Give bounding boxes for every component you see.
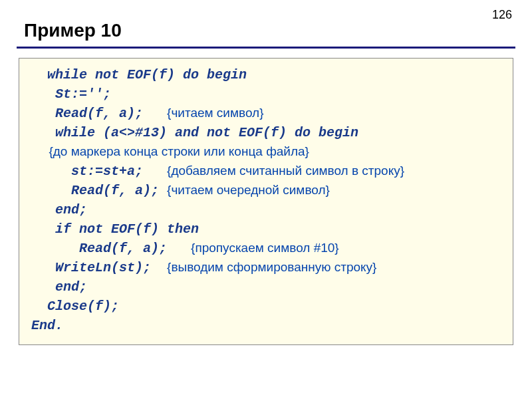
code-line-7a: Read(f, a); (31, 183, 167, 198)
code-line-14: End. (31, 318, 63, 333)
code-line-2: St:=''; (31, 86, 111, 102)
code-line-13: Close(f); (31, 299, 119, 314)
comment-7: {читаем очередной символ} (167, 183, 330, 197)
code-line-1: while not EOF(f) do begin (31, 67, 247, 82)
comment-11: {выводим сформированную строку} (167, 260, 376, 274)
code-line-8: end; (31, 202, 87, 217)
code-block: while not EOF(f) do begin St:=''; Read(f… (19, 58, 513, 345)
code-line-12: end; (31, 279, 87, 295)
code-line-4: while (a<>#13) and not EOF(f) do begin (31, 125, 358, 140)
comment-6: {добавляем считанный символ в строку} (167, 164, 404, 178)
code-line-6a: st:=st+a; (31, 164, 167, 179)
code-line-9: if not EOF(f) then (31, 221, 199, 237)
comment-10: {пропускаем символ #10} (191, 241, 339, 255)
comment-5: {до маркера конца строки или конца файла… (31, 144, 309, 158)
page-number: 126 (492, 8, 512, 22)
code-line-10a: Read(f, a); (31, 241, 191, 256)
code-line-11a: WriteLn(st); (31, 260, 167, 275)
title-underline (17, 47, 515, 49)
code-line-3a: Read(f, a); (31, 106, 167, 121)
slide-title: Пример 10 (0, 0, 532, 47)
comment-3: {читаем символ} (167, 106, 263, 120)
